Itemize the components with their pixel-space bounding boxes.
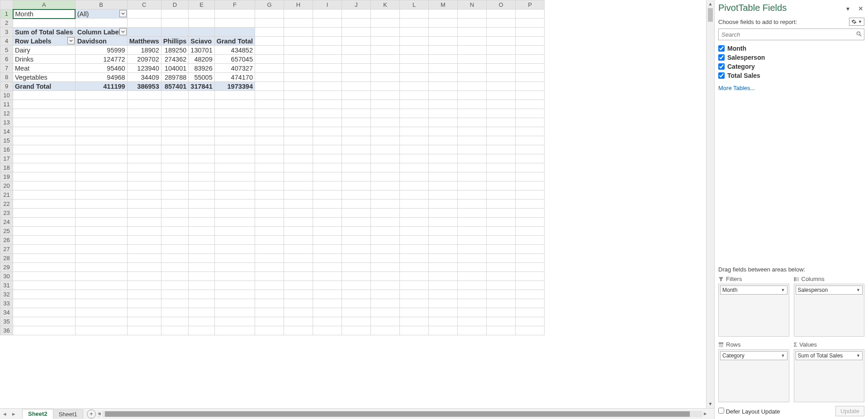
cell-F32[interactable] bbox=[214, 290, 255, 299]
cell-E6[interactable]: 48209 bbox=[189, 55, 214, 64]
cell-D20[interactable] bbox=[161, 181, 189, 190]
tab-nav-prev[interactable]: ◂ bbox=[0, 410, 9, 417]
row-header-8[interactable]: 8 bbox=[0, 73, 13, 82]
column-header-C[interactable]: C bbox=[127, 0, 161, 10]
cell-E27[interactable] bbox=[189, 245, 214, 254]
cell-F20[interactable] bbox=[214, 181, 255, 190]
cell-M35[interactable] bbox=[429, 317, 458, 326]
cell-N8[interactable] bbox=[458, 73, 487, 82]
cell-G21[interactable] bbox=[255, 190, 284, 200]
cell-C27[interactable] bbox=[127, 245, 161, 254]
cell-G12[interactable] bbox=[255, 109, 284, 118]
cell-B31[interactable] bbox=[75, 281, 127, 290]
cell-H17[interactable] bbox=[284, 154, 313, 163]
cell-B5[interactable]: 95999 bbox=[75, 46, 127, 55]
cell-C32[interactable] bbox=[127, 290, 161, 299]
cell-E11[interactable] bbox=[189, 100, 214, 109]
cell-I16[interactable] bbox=[313, 145, 342, 154]
cell-O6[interactable] bbox=[487, 55, 516, 64]
cell-L17[interactable] bbox=[400, 154, 429, 163]
cell-L22[interactable] bbox=[400, 200, 429, 209]
cell-M11[interactable] bbox=[429, 100, 458, 109]
row-header-31[interactable]: 31 bbox=[0, 281, 13, 290]
cell-E26[interactable] bbox=[189, 236, 214, 245]
cell-A22[interactable] bbox=[13, 200, 76, 209]
cell-N19[interactable] bbox=[458, 172, 487, 181]
cell-N29[interactable] bbox=[458, 263, 487, 272]
cell-E8[interactable]: 55005 bbox=[189, 73, 214, 82]
cell-P28[interactable] bbox=[516, 254, 545, 263]
cell-N1[interactable] bbox=[458, 10, 487, 19]
cell-C34[interactable] bbox=[127, 308, 161, 317]
cell-O8[interactable] bbox=[487, 73, 516, 82]
filter-dropdown-icon[interactable] bbox=[119, 10, 127, 17]
column-header-M[interactable]: M bbox=[429, 0, 458, 10]
cell-N17[interactable] bbox=[458, 154, 487, 163]
panel-menu-icon[interactable]: ▾ bbox=[846, 5, 853, 11]
cell-I7[interactable] bbox=[313, 64, 342, 73]
cell-M13[interactable] bbox=[429, 118, 458, 127]
cell-H28[interactable] bbox=[284, 254, 313, 263]
update-button[interactable]: Update bbox=[835, 406, 864, 416]
cell-L10[interactable] bbox=[400, 91, 429, 100]
rows-area[interactable]: Rows Category▼ bbox=[718, 341, 789, 402]
cell-P2[interactable] bbox=[516, 19, 545, 28]
cell-G22[interactable] bbox=[255, 200, 284, 209]
row-header-29[interactable]: 29 bbox=[0, 263, 13, 272]
cell-K20[interactable] bbox=[371, 181, 400, 190]
rows-pill[interactable]: Category▼ bbox=[720, 351, 787, 360]
row-header-6[interactable]: 6 bbox=[0, 55, 13, 64]
vertical-scrollbar[interactable]: ▲ ▼ bbox=[706, 0, 714, 408]
cell-N26[interactable] bbox=[458, 236, 487, 245]
cell-A28[interactable] bbox=[13, 254, 76, 263]
columns-area[interactable]: Columns Salesperson▼ bbox=[794, 276, 865, 337]
cell-G6[interactable] bbox=[255, 55, 284, 64]
cell-I4[interactable] bbox=[313, 37, 342, 46]
cell-G34[interactable] bbox=[255, 308, 284, 317]
cell-I5[interactable] bbox=[313, 46, 342, 55]
cell-D1[interactable] bbox=[161, 10, 189, 19]
field-item-salesperson[interactable]: Salesperson bbox=[718, 53, 864, 62]
cell-A23[interactable] bbox=[13, 209, 76, 218]
filter-dropdown-icon[interactable] bbox=[119, 28, 127, 35]
cell-H21[interactable] bbox=[284, 190, 313, 200]
cell-I30[interactable] bbox=[313, 272, 342, 281]
cell-L14[interactable] bbox=[400, 127, 429, 136]
cell-H34[interactable] bbox=[284, 308, 313, 317]
cell-J26[interactable] bbox=[342, 236, 371, 245]
row-header-20[interactable]: 20 bbox=[0, 181, 13, 190]
cell-M9[interactable] bbox=[429, 82, 458, 91]
cell-H13[interactable] bbox=[284, 118, 313, 127]
cell-C2[interactable] bbox=[127, 19, 161, 28]
cell-F22[interactable] bbox=[214, 200, 255, 209]
cell-D25[interactable] bbox=[161, 227, 189, 236]
cell-H30[interactable] bbox=[284, 272, 313, 281]
cell-P10[interactable] bbox=[516, 91, 545, 100]
cell-B22[interactable] bbox=[75, 200, 127, 209]
cell-M28[interactable] bbox=[429, 254, 458, 263]
cell-C25[interactable] bbox=[127, 227, 161, 236]
cell-F33[interactable] bbox=[214, 299, 255, 308]
cell-A4[interactable]: Row Labels bbox=[13, 37, 76, 46]
cell-K12[interactable] bbox=[371, 109, 400, 118]
cell-L33[interactable] bbox=[400, 299, 429, 308]
cell-F17[interactable] bbox=[214, 154, 255, 163]
row-header-27[interactable]: 27 bbox=[0, 245, 13, 254]
cell-K23[interactable] bbox=[371, 209, 400, 218]
cell-E34[interactable] bbox=[189, 308, 214, 317]
cell-D7[interactable]: 104001 bbox=[161, 64, 189, 73]
cell-D16[interactable] bbox=[161, 145, 189, 154]
cell-I34[interactable] bbox=[313, 308, 342, 317]
cell-O22[interactable] bbox=[487, 200, 516, 209]
cell-D32[interactable] bbox=[161, 290, 189, 299]
sheet-tab-other[interactable]: Sheet1 bbox=[53, 409, 83, 419]
cell-C8[interactable]: 34409 bbox=[127, 73, 161, 82]
cell-J25[interactable] bbox=[342, 227, 371, 236]
row-header-2[interactable]: 2 bbox=[0, 19, 13, 28]
cell-D4[interactable]: Phillips bbox=[161, 37, 189, 46]
cell-F24[interactable] bbox=[214, 218, 255, 227]
cell-J6[interactable] bbox=[342, 55, 371, 64]
cell-K30[interactable] bbox=[371, 272, 400, 281]
cell-J9[interactable] bbox=[342, 82, 371, 91]
cell-C15[interactable] bbox=[127, 136, 161, 145]
